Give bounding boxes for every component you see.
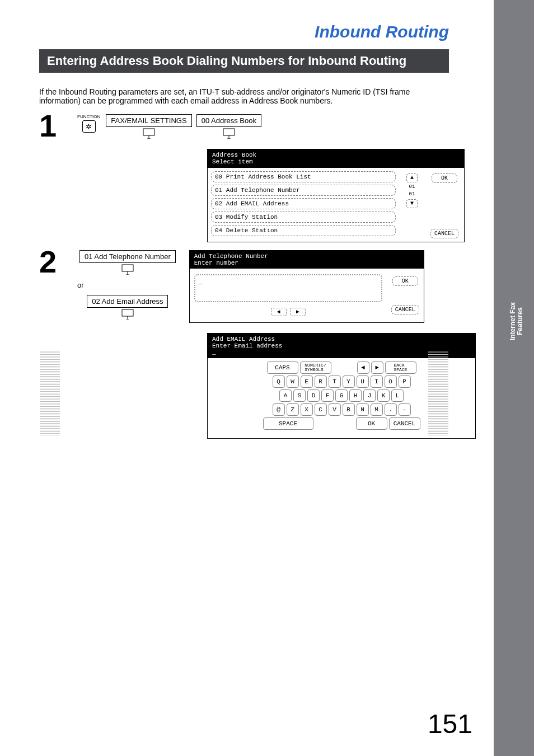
screen-subtitle: Enter Email address bbox=[212, 342, 471, 349]
panel-decoration bbox=[428, 350, 448, 435]
arrow-left-key[interactable]: ◄ bbox=[357, 361, 369, 374]
key-b[interactable]: B bbox=[343, 403, 355, 416]
cancel-button[interactable]: CANCEL bbox=[391, 305, 419, 314]
screen-subtitle: Select item bbox=[212, 158, 460, 165]
key-j[interactable]: J bbox=[363, 389, 376, 402]
keyboard-row-1: Q W E R T Y U I O P bbox=[230, 375, 453, 388]
touch-icon bbox=[120, 308, 135, 320]
list-item[interactable]: 04 Delete Station bbox=[211, 225, 396, 236]
key-o[interactable]: O bbox=[385, 375, 397, 388]
key-s[interactable]: S bbox=[293, 389, 306, 402]
touch-icon bbox=[142, 127, 156, 139]
key-d[interactable]: D bbox=[307, 389, 320, 402]
address-book-screen: Address Book Select item 00 Print Addres… bbox=[207, 149, 465, 242]
document-title: Inbound Routing bbox=[39, 22, 449, 41]
page-indicator-top: 01 bbox=[409, 185, 415, 190]
screen-title: Add Telephone Number bbox=[194, 253, 419, 260]
panel-decoration bbox=[40, 350, 60, 435]
svg-rect-0 bbox=[143, 129, 154, 135]
touch-icon bbox=[222, 127, 236, 139]
scroll-down-icon[interactable]: ▼ bbox=[406, 199, 418, 208]
key-l[interactable]: L bbox=[391, 389, 404, 402]
key-i[interactable]: I bbox=[371, 375, 383, 388]
caps-key[interactable]: CAPS bbox=[267, 361, 298, 374]
touch-icon bbox=[120, 263, 135, 275]
menu-list: 00 Print Address Book List 01 Add Teleph… bbox=[211, 171, 396, 238]
key-q[interactable]: Q bbox=[273, 375, 285, 388]
intro-paragraph: If the Inbound Routing parameters are se… bbox=[39, 87, 449, 105]
keyboard-row-2: A S D F G H J K L bbox=[230, 389, 453, 402]
numeric-symbols-key[interactable]: NUMERIC/ SYMBOLS bbox=[300, 361, 331, 374]
add-email-address-button[interactable]: 02 Add Email Address bbox=[87, 295, 168, 308]
ok-button[interactable]: OK bbox=[432, 173, 457, 183]
screen-subtitle: Enter number bbox=[194, 260, 419, 266]
space-key[interactable]: SPACE bbox=[263, 417, 313, 430]
key-at[interactable]: @ bbox=[273, 403, 285, 416]
key-n[interactable]: N bbox=[357, 403, 369, 416]
key-e[interactable]: E bbox=[301, 375, 313, 388]
function-key[interactable]: FUNCTION ✲ bbox=[77, 114, 100, 133]
list-item[interactable]: 01 Add Telephone Number bbox=[211, 185, 396, 196]
screen-titlebar: Address Book Select item bbox=[208, 149, 464, 167]
svg-rect-9 bbox=[122, 309, 133, 316]
key-g[interactable]: G bbox=[335, 389, 348, 402]
function-label: FUNCTION bbox=[77, 114, 100, 119]
or-label: or bbox=[77, 281, 178, 289]
key-c[interactable]: C bbox=[315, 403, 327, 416]
add-telephone-screen: Add Telephone Number Enter number _ ◄ ► bbox=[189, 250, 424, 323]
ok-button[interactable]: OK bbox=[356, 417, 387, 430]
screen-title: Address Book bbox=[212, 152, 460, 158]
key-m[interactable]: M bbox=[371, 403, 383, 416]
cancel-button[interactable]: CANCEL bbox=[430, 229, 458, 238]
section-heading: Entering Address Book Dialing Numbers fo… bbox=[39, 49, 449, 73]
address-book-menu-button[interactable]: 00 Address Book bbox=[196, 114, 261, 127]
key-f[interactable]: F bbox=[321, 389, 334, 402]
add-email-screen: Add EMAIL Address Enter Email address _ … bbox=[207, 333, 476, 439]
side-tab-line2: Features bbox=[516, 307, 524, 335]
fax-email-settings-button[interactable]: FAX/EMAIL SETTINGS bbox=[106, 114, 191, 127]
keyboard-row-3: @ Z X C V B N M . - bbox=[230, 403, 453, 416]
key-h[interactable]: H bbox=[349, 389, 362, 402]
svg-rect-3 bbox=[223, 129, 235, 135]
svg-rect-6 bbox=[122, 265, 133, 271]
screen-title: Add EMAIL Address bbox=[212, 336, 471, 342]
cancel-button[interactable]: CANCEL bbox=[389, 417, 420, 430]
key-z[interactable]: Z bbox=[287, 403, 299, 416]
number-input[interactable]: _ bbox=[194, 274, 382, 302]
scroll-up-icon[interactable]: ▲ bbox=[406, 173, 418, 182]
step-number-1: 1 bbox=[39, 112, 73, 140]
side-tab-line1: Internet Fax bbox=[509, 302, 517, 340]
list-item[interactable]: 03 Modify Station bbox=[211, 212, 396, 223]
step-1: 1 FUNCTION ✲ FAX/EMAIL SETTINGS 00 Addre… bbox=[39, 114, 449, 140]
page-number: 151 bbox=[428, 708, 472, 739]
key-x[interactable]: X bbox=[301, 403, 313, 416]
key-u[interactable]: U bbox=[357, 375, 369, 388]
arrow-right-key[interactable]: ► bbox=[371, 361, 383, 374]
cursor-left-icon[interactable]: ◄ bbox=[271, 308, 287, 316]
manual-side-strip bbox=[494, 0, 534, 756]
backspace-key[interactable]: BACK SPACE bbox=[385, 361, 416, 374]
list-item[interactable]: 02 Add EMAIL Address bbox=[211, 198, 396, 209]
key-p[interactable]: P bbox=[399, 375, 411, 388]
key-w[interactable]: W bbox=[287, 375, 299, 388]
input-value: _ bbox=[199, 279, 203, 285]
screen-titlebar: Add Telephone Number Enter number bbox=[190, 251, 424, 269]
key-r[interactable]: R bbox=[315, 375, 327, 388]
add-telephone-number-button[interactable]: 01 Add Telephone Number bbox=[79, 250, 176, 263]
step-2: 2 01 Add Telephone Number or 02 Add Emai… bbox=[39, 250, 449, 323]
key-dash[interactable]: - bbox=[399, 403, 411, 416]
key-y[interactable]: Y bbox=[343, 375, 355, 388]
page-indicator-bot: 01 bbox=[409, 192, 415, 197]
key-a[interactable]: A bbox=[279, 389, 292, 402]
ok-button[interactable]: OK bbox=[392, 276, 418, 286]
key-dot[interactable]: . bbox=[385, 403, 397, 416]
function-glyph: ✲ bbox=[86, 123, 92, 131]
key-k[interactable]: K bbox=[377, 389, 390, 402]
key-t[interactable]: T bbox=[329, 375, 341, 388]
key-v[interactable]: V bbox=[329, 403, 341, 416]
cursor-right-icon[interactable]: ► bbox=[290, 308, 306, 316]
step-number-2: 2 bbox=[39, 248, 73, 276]
side-tab: Internet Fax Features bbox=[509, 302, 524, 340]
list-item[interactable]: 00 Print Address Book List bbox=[211, 171, 396, 182]
